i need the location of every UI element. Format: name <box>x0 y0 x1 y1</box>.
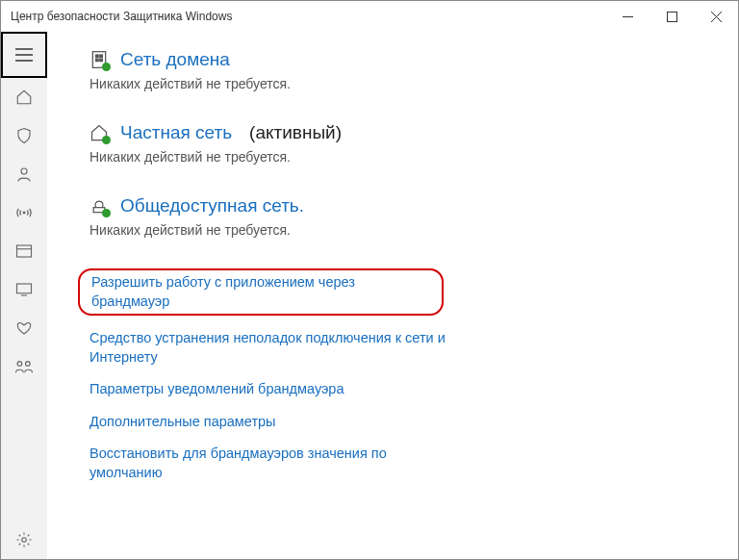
app-window: Центр безопасности Защитника Windows <box>0 0 739 560</box>
content: Сеть домена Никаких действий не требуетс… <box>47 32 738 559</box>
link-network-troubleshooter[interactable]: Средство устранения неполадок подключени… <box>89 329 455 367</box>
sidebar-item-device[interactable] <box>1 270 47 309</box>
body: Сеть домена Никаких действий не требуетс… <box>1 32 738 559</box>
maximize-button[interactable] <box>650 1 694 32</box>
section-header: Сеть домена <box>89 49 719 70</box>
link-firewall-notification-settings[interactable]: Параметры уведомлений брандмауэра <box>89 380 455 399</box>
domain-icon <box>89 50 109 69</box>
public-icon <box>89 196 109 216</box>
monitor-icon <box>15 282 33 297</box>
window-title: Центр безопасности Защитника Windows <box>11 10 232 23</box>
status-ok-icon <box>102 136 111 144</box>
section-private-network: Частная сеть (активный) Никаких действий… <box>89 122 719 165</box>
sidebar-item-health[interactable] <box>1 309 47 347</box>
svg-rect-20 <box>100 59 103 62</box>
active-tag: (активный) <box>249 122 342 143</box>
sidebar-item-settings[interactable] <box>1 521 47 559</box>
sidebar-item-firewall[interactable] <box>1 193 47 232</box>
app-window-icon <box>15 243 33 259</box>
minimize-button[interactable] <box>605 1 650 32</box>
sidebar <box>1 32 47 559</box>
window-controls <box>605 1 738 32</box>
svg-rect-1 <box>667 12 676 21</box>
close-button[interactable] <box>694 1 738 32</box>
status-ok-icon <box>102 63 111 71</box>
svg-point-7 <box>21 168 27 174</box>
link-allow-app-through-firewall[interactable]: Разрешить работу с приложением через бра… <box>78 268 444 316</box>
link-advanced-settings[interactable]: Дополнительные параметры <box>89 413 455 432</box>
svg-rect-11 <box>17 284 32 293</box>
svg-point-13 <box>17 362 22 367</box>
svg-point-14 <box>26 362 31 367</box>
sidebar-item-protection[interactable] <box>1 116 47 155</box>
domain-status-text: Никаких действий не требуется. <box>89 76 719 91</box>
heart-icon <box>15 320 33 336</box>
titlebar: Центр безопасности Защитника Windows <box>1 1 738 32</box>
wireless-icon <box>14 204 34 221</box>
links-group: Разрешить работу с приложением через бра… <box>89 268 719 483</box>
svg-point-8 <box>23 212 25 214</box>
section-header: Общедоступная сеть. <box>89 195 719 216</box>
family-icon <box>14 359 34 374</box>
home-icon <box>15 89 33 106</box>
sidebar-item-home[interactable] <box>1 78 47 116</box>
section-header: Частная сеть (активный) <box>89 122 719 143</box>
status-ok-icon <box>102 209 111 217</box>
svg-point-15 <box>22 538 27 543</box>
private-icon <box>89 123 109 142</box>
person-icon <box>15 165 33 183</box>
hamburger-icon <box>15 48 33 62</box>
link-restore-defaults[interactable]: Восстановить для брандмауэров значения п… <box>89 445 455 482</box>
domain-network-link[interactable]: Сеть домена <box>120 49 230 70</box>
sidebar-item-app-control[interactable] <box>1 232 47 270</box>
section-domain-network: Сеть домена Никаких действий не требуетс… <box>89 49 719 91</box>
menu-button[interactable] <box>1 32 47 78</box>
public-status-text: Никаких действий не требуется. <box>89 222 719 238</box>
section-public-network: Общедоступная сеть. Никаких действий не … <box>89 195 719 238</box>
svg-rect-18 <box>100 55 103 58</box>
svg-rect-17 <box>96 55 99 58</box>
private-network-link[interactable]: Частная сеть <box>120 122 232 143</box>
gear-icon <box>15 531 33 548</box>
svg-rect-9 <box>17 245 32 257</box>
private-status-text: Никаких действий не требуется. <box>89 149 719 165</box>
sidebar-item-family[interactable] <box>1 347 47 386</box>
sidebar-item-account[interactable] <box>1 155 47 193</box>
svg-rect-19 <box>96 59 99 62</box>
public-network-link[interactable]: Общедоступная сеть. <box>120 195 304 216</box>
shield-icon <box>15 127 33 144</box>
